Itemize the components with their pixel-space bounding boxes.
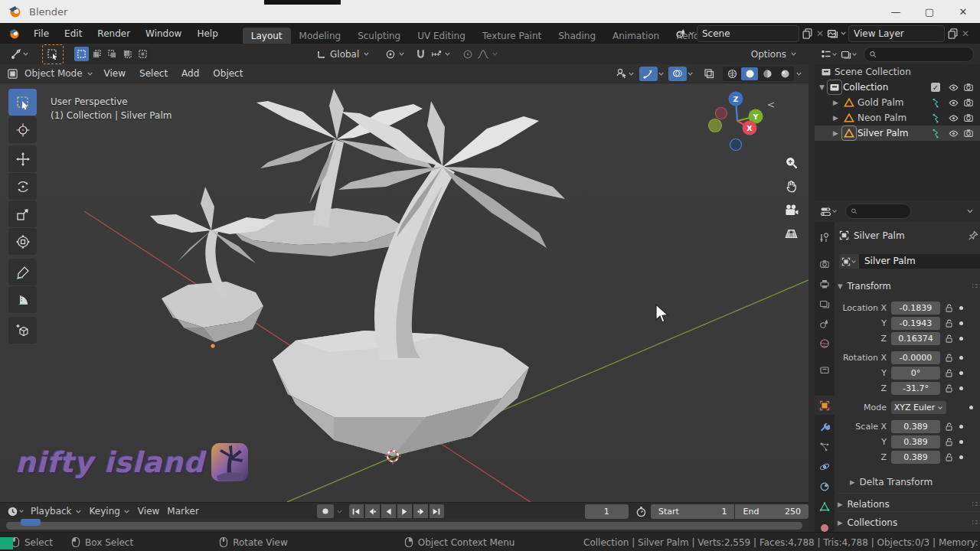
tab-tool[interactable] — [815, 228, 835, 247]
workspace-tab-modeling[interactable]: Modeling — [291, 28, 350, 44]
play-button[interactable] — [397, 504, 412, 518]
menu-render[interactable]: Render — [90, 23, 138, 44]
outliner-display-mode-button[interactable] — [839, 47, 859, 62]
tab-physics[interactable] — [815, 457, 835, 476]
transform-orientation-dropdown[interactable]: Global — [312, 47, 374, 62]
view-layer-name-field[interactable]: View Layer — [848, 25, 945, 42]
collection-checkbox[interactable]: ✓ — [931, 83, 940, 92]
tool-transform[interactable] — [8, 228, 37, 255]
minimize-button[interactable]: — — [879, 0, 913, 23]
workspace-tab-animation[interactable]: Animation — [604, 28, 668, 44]
menu-window[interactable]: Window — [138, 23, 189, 44]
pin-icon[interactable] — [968, 230, 978, 241]
tool-add-cube[interactable] — [8, 317, 37, 344]
tool-annotate[interactable] — [8, 259, 37, 285]
select-mode-invert[interactable] — [120, 47, 135, 61]
menu-help[interactable]: Help — [189, 23, 225, 44]
viewport-3d[interactable]: Z Y X Object Mode View Select Add Object — [0, 64, 808, 502]
timeline-menu-view[interactable]: View — [134, 504, 163, 519]
auto-keying-record-button[interactable] — [317, 504, 334, 518]
workspace-tab-sculpting[interactable]: Sculpting — [349, 28, 409, 44]
snap-settings-dropdown[interactable] — [426, 47, 455, 62]
scene-name-field[interactable]: Scene — [697, 25, 799, 42]
timeline-menu-playback[interactable]: Playback — [27, 504, 86, 519]
proportional-falloff-dropdown[interactable] — [473, 47, 502, 62]
rotation-x-field[interactable]: -0.0000 — [891, 351, 940, 364]
location-z-field[interactable]: 0.16374 — [891, 332, 940, 345]
menu-file[interactable]: File — [26, 23, 57, 44]
options-dropdown[interactable]: Options — [747, 47, 801, 62]
outliner-row-silver-palm[interactable]: ▶ Silver Palm — [815, 126, 980, 141]
collection-expand-icon[interactable]: ▼ — [819, 83, 825, 91]
animate-dot[interactable] — [959, 337, 963, 341]
outliner-row-neon-palm[interactable]: ▶ Neon Palm — [815, 110, 980, 126]
scale-x-field[interactable]: 0.389 — [891, 420, 940, 433]
timeline-editor-type-button[interactable] — [5, 504, 27, 519]
lock-icon[interactable] — [944, 452, 954, 462]
mode-dropdown[interactable]: Object Mode — [21, 66, 97, 81]
timeline-menu-keying[interactable]: Keying — [86, 504, 134, 519]
animate-dot[interactable] — [959, 455, 963, 459]
eye-icon[interactable] — [948, 112, 959, 124]
outliner-row-gold-palm[interactable]: ▶ Gold Palm — [815, 95, 980, 110]
shading-material-preview[interactable] — [759, 67, 776, 80]
properties-search-input[interactable] — [861, 206, 906, 217]
camera-render-icon[interactable] — [963, 82, 974, 93]
lock-icon[interactable] — [944, 368, 954, 378]
gizmos-dropdown-icon[interactable] — [658, 70, 665, 77]
previous-keyframe-button[interactable] — [365, 504, 380, 518]
rotation-z-field[interactable]: -31.7° — [891, 382, 940, 395]
outliner-editor-type-button[interactable] — [819, 47, 839, 62]
section-relations[interactable]: ▶ Relations ∷∷ — [838, 493, 980, 511]
object-visibility-dropdown[interactable] — [616, 67, 635, 80]
camera-render-icon[interactable] — [963, 128, 974, 139]
orthographic-toggle-icon[interactable] — [784, 227, 799, 241]
jump-to-start-button[interactable] — [349, 504, 364, 518]
outliner-search[interactable] — [864, 47, 974, 62]
animate-dot[interactable] — [959, 440, 963, 444]
shading-solid[interactable] — [741, 67, 758, 80]
viewport-menu-select[interactable]: Select — [132, 68, 175, 79]
lock-icon[interactable] — [944, 353, 954, 363]
rotation-mode-dropdown[interactable]: XYZ Euler — [891, 401, 946, 414]
unlink-scene-icon[interactable]: ✕ — [816, 28, 824, 39]
sidebar-collapse-arrow[interactable]: < — [767, 99, 775, 110]
timeline-playhead[interactable] — [21, 519, 41, 526]
use-preview-range-icon[interactable] — [635, 506, 647, 517]
blender-menu-icon[interactable] — [8, 27, 21, 41]
animate-dot[interactable] — [969, 406, 973, 409]
overlays-toggle[interactable] — [668, 67, 687, 81]
tool-measure[interactable] — [8, 286, 37, 313]
animate-dot[interactable] — [959, 356, 963, 360]
frame-start-field[interactable]: Start 1 — [651, 504, 734, 519]
gizmos-toggle[interactable] — [639, 67, 658, 81]
play-reverse-button[interactable] — [381, 504, 396, 518]
object-name-input[interactable]: Silver Palm — [859, 254, 980, 269]
workspace-tab-uv-editing[interactable]: UV Editing — [409, 28, 474, 44]
lock-icon[interactable] — [944, 422, 954, 432]
outliner-row-collection[interactable]: ▼ Collection ✓ — [815, 80, 980, 95]
object-id-icon-dropdown[interactable] — [839, 254, 859, 269]
close-button[interactable]: ✕ — [946, 0, 980, 23]
tool-rotate[interactable] — [8, 173, 37, 200]
next-keyframe-button[interactable] — [413, 504, 428, 518]
scene-icon[interactable] — [675, 28, 687, 39]
expand-icon[interactable]: ▶ — [833, 99, 838, 106]
lock-icon[interactable] — [944, 318, 954, 328]
rotation-y-field[interactable]: 0° — [891, 367, 940, 380]
overlays-dropdown-icon[interactable] — [687, 70, 694, 77]
snap-toggle-icon[interactable] — [415, 48, 426, 60]
outliner-row-scene-collection[interactable]: Scene Collection — [815, 64, 980, 80]
tool-move[interactable] — [8, 145, 37, 172]
tool-select-box[interactable] — [8, 89, 37, 116]
scale-y-field[interactable]: 0.389 — [891, 435, 940, 448]
keying-set-dropdown-icon[interactable] — [336, 508, 343, 515]
proportional-editing-icon[interactable] — [462, 49, 473, 60]
animate-dot[interactable] — [959, 425, 963, 429]
new-view-layer-icon[interactable] — [947, 28, 959, 39]
tab-object[interactable] — [815, 396, 835, 415]
workspace-tab-shading[interactable]: Shading — [550, 28, 604, 44]
active-tool-preview[interactable] — [42, 44, 64, 64]
frame-end-field[interactable]: End 250 — [735, 504, 808, 519]
shading-dropdown-icon[interactable] — [795, 70, 802, 77]
